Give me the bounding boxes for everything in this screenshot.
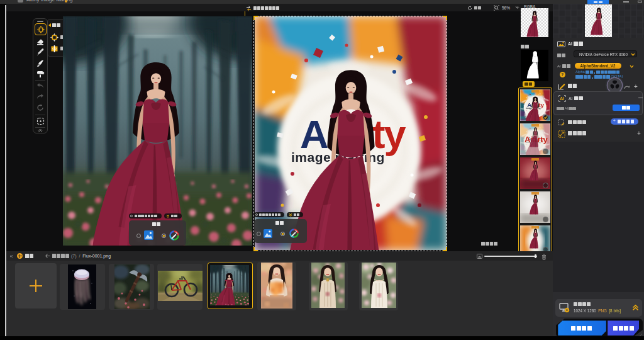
svg-text:AI: AI xyxy=(560,96,564,101)
